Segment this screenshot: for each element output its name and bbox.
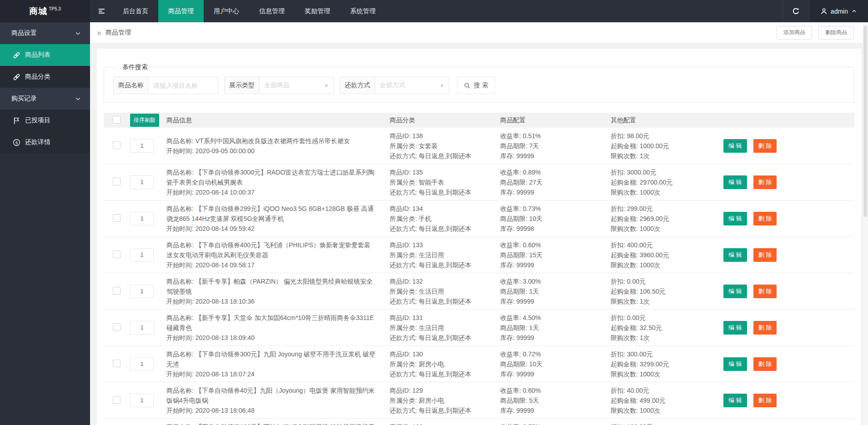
edit-button[interactable]: 编 辑 (723, 394, 747, 407)
delete-button[interactable]: 删 除 (753, 285, 777, 298)
sidebar-item-goods-list[interactable]: 商品列表 (0, 44, 90, 66)
sort-refresh-button[interactable]: 排序刷新 (130, 114, 159, 127)
edit-button[interactable]: 编 辑 (723, 321, 747, 335)
search-button[interactable]: 搜 索 (457, 77, 495, 94)
min-purchase: 32.50元 (640, 324, 662, 331)
table-row: 商品名称: 【下单自动领券3000元】RADO雷达表官方瑞士进口皓星系列陶瓷手表… (104, 164, 854, 200)
sort-order-input[interactable] (130, 394, 154, 407)
nav-tab-reward[interactable]: 奖励管理 (295, 0, 340, 22)
product-period: 15天 (529, 251, 543, 259)
delete-button[interactable]: 删 除 (753, 175, 777, 189)
display-type-value: 全部商品 (264, 81, 290, 90)
product-name-input[interactable] (149, 77, 218, 94)
delete-button[interactable]: 删 除 (753, 139, 777, 153)
sort-order-input[interactable] (130, 285, 154, 298)
purchase-limit: 1000次 (640, 407, 660, 414)
scrollbar-thumb[interactable] (863, 26, 867, 217)
repay-method: 每日返息,到期还本 (419, 152, 472, 160)
sidebar-item-goods-category[interactable]: 商品分类 (0, 66, 90, 88)
edit-button[interactable]: 编 辑 (723, 357, 747, 371)
display-type-select[interactable]: 全部商品 ▼ (260, 77, 333, 94)
sidebar-item-repayment-details[interactable]: 还款详情 (0, 131, 90, 153)
sort-order-input[interactable] (130, 357, 154, 371)
chevron-down-icon (75, 95, 81, 102)
sidebar-item-label: 已投项目 (25, 116, 50, 125)
link-icon (13, 73, 20, 81)
repay-method: 每日返息,到期还本 (419, 370, 472, 378)
topbar-right: admin (783, 0, 868, 22)
sort-order-input[interactable] (130, 248, 154, 262)
user-menu[interactable]: admin (809, 0, 868, 22)
select-all-checkbox[interactable] (113, 116, 120, 124)
repay-method: 每日返息,到期还本 (419, 407, 472, 414)
row-checkbox[interactable] (113, 214, 120, 222)
delete-button[interactable]: 删 除 (753, 248, 777, 262)
sidebar-item-invested-projects[interactable]: 已投项目 (0, 110, 90, 131)
discount: 400.00元 (627, 241, 653, 249)
delete-button[interactable]: 删 除 (753, 321, 777, 335)
top-navbar: 商城 TP5.3 后台首页 商品管理 用户中心 信息管理 奖励管理 系统管理 a… (0, 0, 868, 22)
sidebar: 商品设置 商品列表 商品分类 购买记录 已投项目 还款详情 (0, 22, 90, 425)
delete-button[interactable]: 删 除 (753, 212, 777, 225)
edit-button[interactable]: 编 辑 (723, 175, 747, 189)
start-time: 2020-08-14 09:59:42 (196, 225, 255, 232)
nav-tab-info[interactable]: 信息管理 (249, 0, 295, 22)
row-checkbox[interactable] (113, 141, 120, 149)
page-scrollbar[interactable] (863, 22, 868, 425)
row-actions-cell: 编 辑 删 除 (723, 394, 854, 407)
row-checkbox[interactable] (113, 323, 120, 331)
nav-tab-user[interactable]: 用户中心 (204, 0, 249, 22)
product-name: 【下单自动领券299元】iQOO Neo3 5G 8GB+128GB 极昼 高通… (166, 205, 374, 222)
row-checkbox[interactable] (113, 287, 120, 295)
repay-method-select[interactable]: 全部方式 ▼ (375, 77, 449, 94)
row-checkbox[interactable] (113, 178, 120, 185)
edit-button[interactable]: 编 辑 (723, 248, 747, 262)
row-actions-cell: 编 辑 删 除 (723, 357, 854, 371)
table-row: 商品名称: 【新手专享】天堂伞 加大加固64cm*10骨三折晴雨商务伞3311E… (104, 310, 854, 346)
refresh-button[interactable] (783, 0, 809, 22)
edit-button[interactable]: 编 辑 (723, 139, 747, 153)
product-id: 130 (412, 350, 423, 358)
edit-button[interactable]: 编 辑 (723, 212, 747, 225)
discount: 0.00元 (627, 278, 646, 285)
product-name: 【下单自动领券400元】飞利浦（PHILIPS）焕新奢宠挚爱套装 送女友电动牙刷… (166, 241, 371, 259)
sidebar-item-label: 商品分类 (25, 73, 50, 81)
delete-button[interactable]: 删 除 (753, 357, 777, 371)
repay-method: 每日返息,到期还本 (419, 189, 472, 196)
sort-order-input[interactable] (130, 212, 154, 225)
sort-order-input[interactable] (130, 175, 154, 189)
product-name-group: 商品名称 (113, 77, 218, 94)
add-product-button[interactable]: 添加商品 (777, 26, 812, 40)
delete-product-button[interactable]: 删除商品 (818, 26, 854, 40)
product-period: 7天 (529, 142, 539, 150)
sidebar-item-goods-settings[interactable]: 商品设置 (0, 22, 90, 44)
sort-order-input[interactable] (130, 321, 154, 335)
sidebar-item-purchase-records[interactable]: 购买记录 (0, 88, 90, 110)
yield-rate: 0.60% (523, 387, 541, 394)
row-actions-cell: 编 辑 删 除 (723, 248, 854, 262)
search-icon (464, 82, 471, 89)
product-period: 10天 (529, 215, 543, 222)
repay-method-label: 还款方式 (340, 77, 375, 94)
min-purchase: 29700.00元 (640, 179, 672, 186)
row-checkbox[interactable] (113, 250, 120, 258)
product-category: 女套装 (419, 142, 438, 150)
stock: 99999 (517, 261, 534, 269)
sidebar-toggle-button[interactable] (90, 0, 113, 22)
nav-tab-home[interactable]: 后台首页 (113, 0, 158, 22)
discount: 40.00元 (627, 387, 649, 394)
delete-button[interactable]: 删 除 (753, 394, 777, 407)
sort-order-input[interactable] (130, 139, 154, 153)
column-header-config: 商品配置 (500, 116, 611, 125)
product-category-cell: 商品ID: 129 所属分类: 厨房小电 还款方式: 每日返息,到期还本 (390, 385, 500, 415)
product-id: 133 (412, 241, 423, 249)
sidebar-item-label: 商品设置 (11, 29, 37, 37)
yield-rate: 4.50% (523, 314, 541, 321)
other-config-cell: 折扣: 300.00元 起购金额: 3299.00元 限购次数: 1000次 (611, 349, 723, 379)
nav-tab-goods[interactable]: 商品管理 (158, 0, 204, 22)
row-checkbox[interactable] (113, 396, 120, 404)
edit-button[interactable]: 编 辑 (723, 285, 747, 298)
row-checkbox[interactable] (113, 360, 120, 367)
nav-tab-system[interactable]: 系统管理 (340, 0, 386, 22)
chevron-down-icon: ▼ (324, 83, 329, 88)
